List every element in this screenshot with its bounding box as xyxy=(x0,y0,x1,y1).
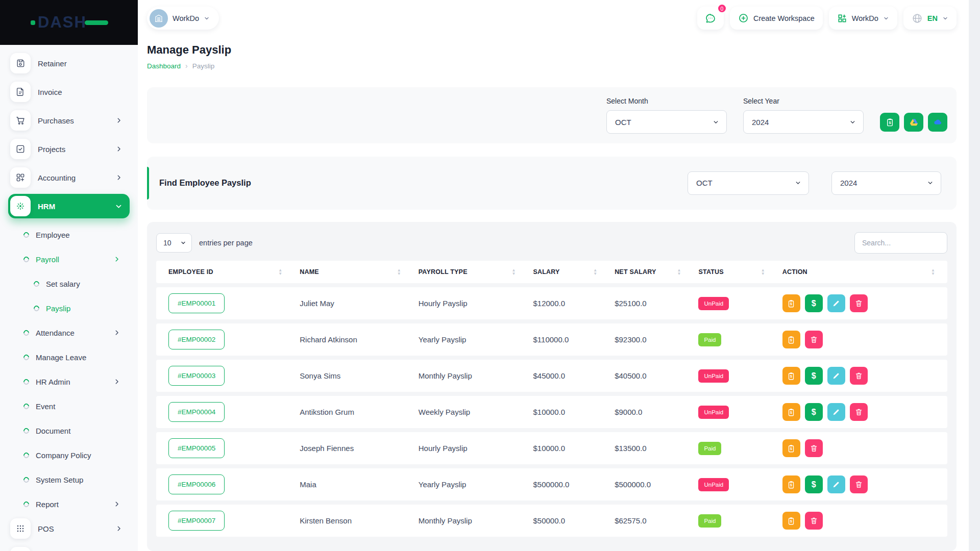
year-select[interactable]: 2024 xyxy=(743,110,864,134)
delete-button[interactable] xyxy=(805,512,823,530)
edit-button[interactable] xyxy=(827,403,845,421)
net-salary-cell: $40500.0 xyxy=(609,360,693,392)
net-salary-cell: $62575.0 xyxy=(609,505,693,537)
workdo-menu-button[interactable]: WorkDo xyxy=(829,7,897,30)
employee-id-button[interactable]: #EMP00003 xyxy=(168,366,225,386)
sidebar-item-label: Invoice xyxy=(38,88,122,96)
table-body: #EMP00001Juliet MayHourly Payslip$12000.… xyxy=(156,287,947,537)
sort-icon[interactable]: ▲▼ xyxy=(278,268,282,276)
sidebar-item-projects[interactable]: Projects xyxy=(8,137,130,161)
sort-icon[interactable]: ▲▼ xyxy=(397,268,401,276)
sidebar-item-label: HR Admin xyxy=(36,378,107,386)
table-row: #EMP00002Richard AtkinsonYearly Payslip$… xyxy=(156,323,947,356)
table-row: #EMP00006MaiaYearly Payslip$500000.0$500… xyxy=(156,468,947,500)
payslip-button[interactable]: $ xyxy=(782,294,800,312)
sort-icon[interactable]: ▲▼ xyxy=(761,268,765,276)
sidebar-item-manage-leave[interactable]: Manage Leave xyxy=(8,345,130,369)
sidebar-item-attendance[interactable]: Attendance xyxy=(8,320,130,345)
payslip-button[interactable]: $ xyxy=(782,403,800,421)
delete-button[interactable] xyxy=(850,367,868,385)
find-payslip-title: Find Employee Payslip xyxy=(159,178,251,188)
breadcrumb-dashboard-link[interactable]: Dashboard xyxy=(147,62,181,70)
search-input[interactable] xyxy=(854,232,947,254)
find-year-select[interactable]: 2024 xyxy=(831,171,941,195)
sidebar-item-retainer[interactable]: Retainer xyxy=(8,51,130,76)
pay-button[interactable]: $ xyxy=(805,403,823,421)
month-select[interactable]: OCT xyxy=(606,110,727,134)
logo-area[interactable]: DASH xyxy=(0,0,138,45)
entries-per-page-select[interactable]: 10 xyxy=(156,233,192,253)
sidebar-item-label: HRM xyxy=(38,202,108,211)
sort-icon[interactable]: ▲▼ xyxy=(677,268,681,276)
employee-id-button[interactable]: #EMP00002 xyxy=(168,330,225,349)
sidebar-item-label: Set salary xyxy=(46,280,120,288)
delete-button[interactable] xyxy=(850,403,868,421)
payslip-button[interactable]: $ xyxy=(782,475,800,493)
sort-icon[interactable]: ▲▼ xyxy=(593,268,597,276)
chevron-right-icon xyxy=(115,117,122,124)
bullet-icon xyxy=(22,402,30,410)
filter-card: Select Month OCT Select Year 2024 $ xyxy=(147,87,957,143)
workspace-selector[interactable]: WorkDo xyxy=(147,7,219,30)
sort-icon[interactable]: ▲▼ xyxy=(512,268,516,276)
edit-button[interactable] xyxy=(827,367,845,385)
delete-button[interactable] xyxy=(850,294,868,312)
sidebar-item-pos[interactable]: POS xyxy=(8,516,130,541)
onedrive-export-button[interactable] xyxy=(928,113,947,132)
sidebar-item-company-policy[interactable]: Company Policy xyxy=(8,443,130,467)
delete-button[interactable] xyxy=(850,475,868,493)
svg-text:$: $ xyxy=(790,338,792,342)
employee-id-button[interactable]: #EMP00001 xyxy=(168,293,225,313)
sidebar-item-invoice[interactable]: Invoice xyxy=(8,80,130,104)
sidebar-item-document[interactable]: Document xyxy=(8,418,130,443)
sidebar-item-crm[interactable]: CRM xyxy=(8,545,130,551)
chevron-right-icon xyxy=(113,329,120,336)
pay-button[interactable]: $ xyxy=(805,294,823,312)
sidebar-item-payroll[interactable]: Payroll xyxy=(8,247,130,271)
sidebar-item-label: Payslip xyxy=(46,304,120,313)
bullet-icon xyxy=(22,500,30,508)
payslip-export-button[interactable]: $ xyxy=(880,113,899,132)
workspace-grid-icon xyxy=(837,13,847,23)
svg-text:$: $ xyxy=(790,483,792,487)
payroll-type-cell: Monthly Payslip xyxy=(413,505,528,537)
payslip-icon: $ xyxy=(885,117,895,127)
payslip-button[interactable]: $ xyxy=(782,439,800,457)
messages-button[interactable]: 0 xyxy=(697,7,724,30)
language-selector[interactable]: EN xyxy=(903,7,957,30)
pay-icon: $ xyxy=(812,480,816,489)
employee-id-button[interactable]: #EMP00004 xyxy=(168,402,225,422)
page-scrollbar[interactable] xyxy=(969,0,980,551)
create-workspace-button[interactable]: Create Workspace xyxy=(730,7,823,30)
sidebar-item-event[interactable]: Event xyxy=(8,394,130,418)
edit-button[interactable] xyxy=(827,475,845,493)
bullet-icon xyxy=(33,304,40,312)
sidebar-item-hr-admin[interactable]: HR Admin xyxy=(8,369,130,394)
sidebar-item-system-setup[interactable]: System Setup xyxy=(8,467,130,492)
sidebar-item-purchases[interactable]: Purchases xyxy=(8,108,130,133)
edit-button[interactable] xyxy=(827,294,845,312)
sidebar-item-accounting[interactable]: Accounting xyxy=(8,165,130,190)
salary-cell: $12000.0 xyxy=(528,287,610,319)
employee-id-button[interactable]: #EMP00007 xyxy=(168,511,225,531)
employee-id-button[interactable]: #EMP00006 xyxy=(168,474,225,494)
sidebar-item-report[interactable]: Report xyxy=(8,492,130,516)
employee-id-button[interactable]: #EMP00005 xyxy=(168,438,225,458)
payslip-button[interactable]: $ xyxy=(782,512,800,530)
delete-button[interactable] xyxy=(805,439,823,457)
pay-button[interactable]: $ xyxy=(805,475,823,493)
payslip-button[interactable]: $ xyxy=(782,331,800,348)
payslip-icon: $ xyxy=(787,299,796,308)
payslip-icon: $ xyxy=(787,516,796,525)
payslip-button[interactable]: $ xyxy=(782,367,800,385)
sidebar-item-employee[interactable]: Employee xyxy=(8,222,130,247)
sidebar-item-set-salary[interactable]: Set salary xyxy=(8,271,130,296)
find-month-select[interactable]: OCT xyxy=(688,171,809,195)
sidebar-item-payslip[interactable]: Payslip xyxy=(8,296,130,320)
sort-icon[interactable]: ▲▼ xyxy=(931,268,935,276)
sidebar-item-hrm[interactable]: HRM xyxy=(8,194,130,218)
delete-button[interactable] xyxy=(805,331,823,348)
pay-button[interactable]: $ xyxy=(805,367,823,385)
invoice-icon xyxy=(10,82,31,102)
google-drive-export-button[interactable] xyxy=(904,113,923,132)
